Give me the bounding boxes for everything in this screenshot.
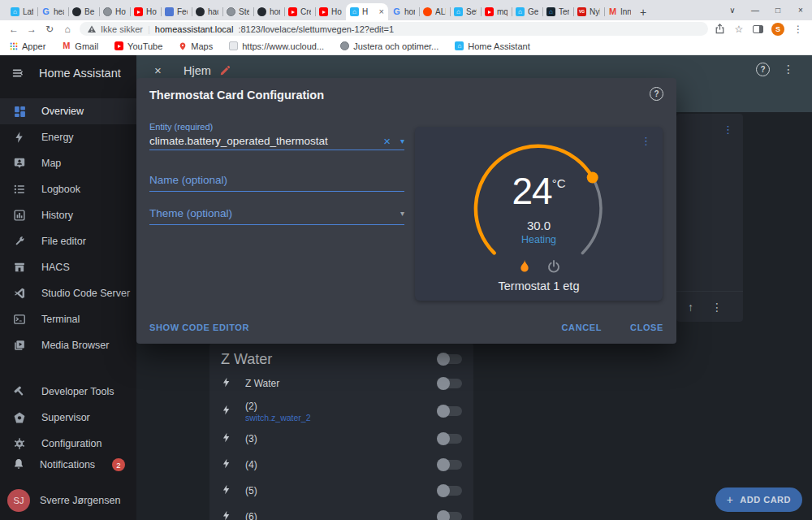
window-close-button[interactable]: ×: [789, 0, 812, 20]
clear-entity-icon[interactable]: ×: [383, 134, 391, 148]
toggle-switch[interactable]: [438, 434, 462, 444]
card-options-icon[interactable]: ⋮: [711, 301, 723, 314]
bookmark-apps[interactable]: Apper: [10, 41, 45, 51]
toggle-switch[interactable]: [438, 486, 462, 496]
sidebar-item-overview[interactable]: Overview: [0, 98, 136, 124]
sidebar-item-terminal[interactable]: Terminal: [0, 306, 136, 332]
show-code-editor-button[interactable]: SHOW CODE EDITOR: [149, 323, 249, 332]
entity-dropdown-icon[interactable]: ▾: [400, 136, 404, 145]
browser-tab[interactable]: hon: [253, 3, 284, 20]
sidebar-item-media-browser[interactable]: Media Browser: [0, 332, 136, 358]
browser-menu-icon[interactable]: ⋮: [793, 24, 804, 35]
sidebar-user[interactable]: SJ Sverre Jørgensen: [0, 486, 136, 515]
sidebar-item-developer-tools[interactable]: Developer Tools: [0, 379, 136, 405]
browser-profile-avatar[interactable]: S: [771, 23, 784, 36]
entity-field-input[interactable]: climate.battery_operated_thermostat × ▾: [149, 132, 404, 150]
browser-tab-active[interactable]: H×: [346, 3, 388, 20]
browser-tab[interactable]: Late: [6, 3, 37, 20]
hammer-icon: [12, 385, 27, 398]
bookmark-justera[interactable]: Justera och optimer...: [340, 41, 438, 51]
close-button[interactable]: CLOSE: [630, 323, 663, 332]
browser-tab[interactable]: Be a: [68, 3, 99, 20]
browser-tab[interactable]: Set: [450, 3, 481, 20]
sidebar-item-studio-code-server[interactable]: Studio Code Server: [0, 280, 136, 306]
forward-icon[interactable]: →: [26, 24, 37, 35]
home-icon[interactable]: ⌂: [62, 24, 73, 35]
browser-tab[interactable]: Nyh: [573, 3, 604, 20]
list-icon: [12, 183, 27, 196]
security-label[interactable]: Ikke sikker: [101, 24, 143, 34]
sidebar-item-hacs[interactable]: HACS: [0, 254, 136, 280]
name-field[interactable]: Name (optional): [149, 174, 404, 192]
toggle-switch[interactable]: [438, 406, 462, 416]
browser-tab[interactable]: hea: [37, 3, 68, 20]
sidebar-item-label: Overview: [41, 106, 84, 117]
browser-tab[interactable]: mqt: [481, 3, 512, 20]
browser-tab[interactable]: hac: [192, 3, 222, 20]
browser-tab[interactable]: Hon: [315, 3, 346, 20]
toggle-switch[interactable]: [438, 460, 462, 470]
gmail-favicon: [62, 41, 71, 50]
sidebar-item-supervisor[interactable]: Supervisor: [0, 405, 136, 431]
browser-tab[interactable]: Fed: [161, 3, 192, 20]
move-card-up-icon[interactable]: ↑: [688, 301, 693, 314]
sidebar-toggle-icon[interactable]: [11, 67, 24, 80]
entity-row[interactable]: (2)switch.z_water_2: [221, 396, 462, 426]
sidebar-item-history[interactable]: History: [0, 202, 136, 228]
browser-tab[interactable]: Innb: [604, 3, 635, 20]
new-tab-button[interactable]: +: [640, 6, 646, 19]
tab-search-icon[interactable]: ∨: [721, 0, 744, 20]
window-minimize-button[interactable]: —: [744, 0, 767, 20]
bookmark-youtube[interactable]: YouTube: [114, 41, 162, 51]
theme-dropdown-icon[interactable]: ▾: [400, 209, 404, 218]
help-icon[interactable]: ?: [756, 63, 770, 76]
entity-id-link[interactable]: switch.z_water_2: [245, 413, 425, 422]
sidebar-item-file-editor[interactable]: File editor: [0, 228, 136, 254]
card-menu-icon[interactable]: ⋮: [723, 124, 733, 136]
entity-row[interactable]: (4): [221, 452, 462, 478]
browser-tab[interactable]: hon: [388, 3, 419, 20]
browser-tab[interactable]: Hov: [130, 3, 161, 20]
browser-tab[interactable]: Ster: [222, 3, 253, 20]
dialog-help-icon[interactable]: ?: [650, 87, 663, 101]
toggle-switch[interactable]: [438, 379, 462, 388]
browser-tab[interactable]: Gen: [512, 3, 542, 20]
theme-field[interactable]: Theme (optional) ▾: [149, 207, 404, 225]
bookmark-ucloud[interactable]: https://www.ucloud...: [229, 41, 324, 51]
flame-icon[interactable]: [516, 258, 533, 275]
exit-edit-icon[interactable]: ×: [154, 63, 162, 77]
sidebar-notifications[interactable]: Notifications 2: [0, 452, 136, 478]
bookmark-maps[interactable]: Maps: [179, 41, 213, 51]
entity-row[interactable]: (5): [221, 478, 462, 504]
add-card-button[interactable]: + ADD CARD: [715, 488, 802, 512]
appbar-menu-icon[interactable]: ⋮: [783, 63, 794, 76]
power-icon[interactable]: [546, 258, 562, 275]
browser-tab[interactable]: Tern: [542, 3, 573, 20]
tab-close-icon[interactable]: ×: [379, 7, 384, 16]
back-icon[interactable]: ←: [8, 24, 19, 35]
bookmark-home-assistant[interactable]: Home Assistant: [455, 41, 529, 51]
view-tab-hjem[interactable]: Hjem: [184, 64, 211, 77]
toggle-switch[interactable]: [438, 512, 462, 520]
media-icon: [12, 339, 27, 352]
browser-tab[interactable]: ALL: [419, 3, 450, 20]
window-maximize-button[interactable]: □: [767, 0, 789, 20]
cancel-button[interactable]: CANCEL: [562, 323, 602, 332]
entity-row[interactable]: Z Water: [221, 370, 462, 396]
sidebar-item-map[interactable]: Map: [0, 150, 136, 176]
sidebar-item-energy[interactable]: Energy: [0, 124, 136, 150]
side-panel-icon[interactable]: [753, 25, 763, 33]
share-icon[interactable]: [715, 24, 725, 34]
entity-row[interactable]: (6): [221, 504, 462, 520]
reload-icon[interactable]: ↻: [44, 24, 55, 35]
homeassistant-dark-favicon: [546, 7, 555, 16]
sidebar-item-logbook[interactable]: Logbook: [0, 176, 136, 202]
bookmark-gmail[interactable]: Gmail: [62, 41, 98, 51]
bookmark-star-icon[interactable]: ☆: [733, 24, 745, 35]
browser-tab[interactable]: Hov: [99, 3, 130, 20]
preview-menu-icon[interactable]: ⋮: [641, 135, 651, 147]
entity-row[interactable]: (3): [221, 426, 462, 452]
browser-tab[interactable]: Cre: [284, 3, 315, 20]
url-input[interactable]: Ikke sikker | homeassistant.local:8123/l…: [80, 22, 708, 36]
toggle-switch[interactable]: [438, 354, 462, 364]
